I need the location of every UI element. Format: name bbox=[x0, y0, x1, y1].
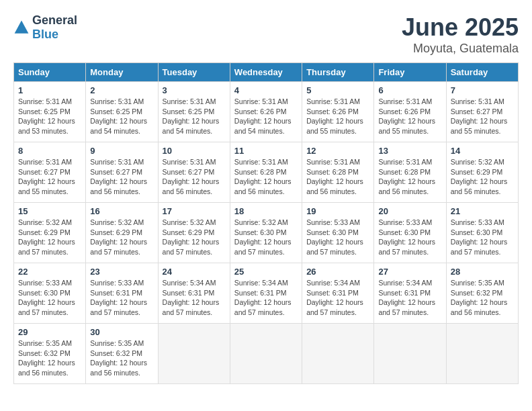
col-friday: Friday bbox=[374, 63, 446, 82]
calendar-table: Sunday Monday Tuesday Wednesday Thursday… bbox=[13, 62, 519, 384]
calendar-day-15: 15Sunrise: 5:32 AMSunset: 6:29 PMDayligh… bbox=[14, 203, 86, 263]
calendar-day-17: 17Sunrise: 5:32 AMSunset: 6:29 PMDayligh… bbox=[158, 203, 230, 263]
calendar-day-20: 20Sunrise: 5:33 AMSunset: 6:30 PMDayligh… bbox=[374, 203, 446, 263]
calendar-day-5: 5Sunrise: 5:31 AMSunset: 6:26 PMDaylight… bbox=[302, 82, 374, 142]
calendar-day-8: 8Sunrise: 5:31 AMSunset: 6:27 PMDaylight… bbox=[14, 142, 86, 203]
calendar-day-7: 7Sunrise: 5:31 AMSunset: 6:27 PMDaylight… bbox=[446, 82, 518, 142]
calendar-day-27: 27Sunrise: 5:34 AMSunset: 6:31 PMDayligh… bbox=[374, 263, 446, 324]
col-sunday: Sunday bbox=[14, 63, 86, 82]
calendar-day-28: 28Sunrise: 5:35 AMSunset: 6:32 PMDayligh… bbox=[446, 263, 518, 324]
title-area: June 2025 Moyuta, Guatemala bbox=[402, 13, 519, 56]
calendar-day-10: 10Sunrise: 5:31 AMSunset: 6:27 PMDayligh… bbox=[158, 142, 230, 203]
col-saturday: Saturday bbox=[446, 63, 518, 82]
calendar-day-14: 14Sunrise: 5:32 AMSunset: 6:29 PMDayligh… bbox=[446, 142, 518, 203]
calendar-header-row: Sunday Monday Tuesday Wednesday Thursday… bbox=[14, 63, 519, 82]
calendar-day-19: 19Sunrise: 5:33 AMSunset: 6:30 PMDayligh… bbox=[302, 203, 374, 263]
location-title: Moyuta, Guatemala bbox=[402, 42, 519, 56]
calendar-day-empty bbox=[230, 324, 302, 384]
logo-blue: Blue bbox=[32, 28, 58, 41]
calendar-day-empty bbox=[446, 324, 518, 384]
col-thursday: Thursday bbox=[302, 63, 374, 82]
col-tuesday: Tuesday bbox=[158, 63, 230, 82]
calendar-week-3: 15Sunrise: 5:32 AMSunset: 6:29 PMDayligh… bbox=[14, 203, 519, 263]
svg-marker-0 bbox=[15, 21, 29, 34]
calendar-day-26: 26Sunrise: 5:34 AMSunset: 6:31 PMDayligh… bbox=[302, 263, 374, 324]
calendar-day-2: 2Sunrise: 5:31 AMSunset: 6:25 PMDaylight… bbox=[86, 82, 158, 142]
logo: General Blue bbox=[13, 13, 77, 42]
calendar-day-21: 21Sunrise: 5:33 AMSunset: 6:30 PMDayligh… bbox=[446, 203, 518, 263]
calendar-day-13: 13Sunrise: 5:31 AMSunset: 6:28 PMDayligh… bbox=[374, 142, 446, 203]
calendar-week-4: 22Sunrise: 5:33 AMSunset: 6:30 PMDayligh… bbox=[14, 263, 519, 324]
calendar-day-29: 29Sunrise: 5:35 AMSunset: 6:32 PMDayligh… bbox=[14, 324, 86, 384]
calendar-day-6: 6Sunrise: 5:31 AMSunset: 6:26 PMDaylight… bbox=[374, 82, 446, 142]
calendar-day-3: 3Sunrise: 5:31 AMSunset: 6:25 PMDaylight… bbox=[158, 82, 230, 142]
calendar-day-empty bbox=[374, 324, 446, 384]
calendar-day-25: 25Sunrise: 5:34 AMSunset: 6:31 PMDayligh… bbox=[230, 263, 302, 324]
calendar-day-24: 24Sunrise: 5:34 AMSunset: 6:31 PMDayligh… bbox=[158, 263, 230, 324]
logo-general: General bbox=[32, 13, 77, 27]
logo-text: General Blue bbox=[32, 13, 77, 42]
calendar-day-1: 1Sunrise: 5:31 AMSunset: 6:25 PMDaylight… bbox=[14, 82, 86, 142]
calendar-day-empty bbox=[158, 324, 230, 384]
calendar-day-empty bbox=[302, 324, 374, 384]
calendar-day-23: 23Sunrise: 5:33 AMSunset: 6:31 PMDayligh… bbox=[86, 263, 158, 324]
month-title: June 2025 bbox=[402, 13, 519, 42]
page-header: General Blue June 2025 Moyuta, Guatemala bbox=[13, 13, 519, 56]
calendar-week-2: 8Sunrise: 5:31 AMSunset: 6:27 PMDaylight… bbox=[14, 142, 519, 203]
calendar-day-18: 18Sunrise: 5:32 AMSunset: 6:30 PMDayligh… bbox=[230, 203, 302, 263]
calendar-week-1: 1Sunrise: 5:31 AMSunset: 6:25 PMDaylight… bbox=[14, 82, 519, 142]
calendar-day-11: 11Sunrise: 5:31 AMSunset: 6:28 PMDayligh… bbox=[230, 142, 302, 203]
calendar-day-12: 12Sunrise: 5:31 AMSunset: 6:28 PMDayligh… bbox=[302, 142, 374, 203]
calendar-day-4: 4Sunrise: 5:31 AMSunset: 6:26 PMDaylight… bbox=[230, 82, 302, 142]
calendar-day-22: 22Sunrise: 5:33 AMSunset: 6:30 PMDayligh… bbox=[14, 263, 86, 324]
calendar-week-5: 29Sunrise: 5:35 AMSunset: 6:32 PMDayligh… bbox=[14, 324, 519, 384]
calendar-day-16: 16Sunrise: 5:32 AMSunset: 6:29 PMDayligh… bbox=[86, 203, 158, 263]
calendar-day-9: 9Sunrise: 5:31 AMSunset: 6:27 PMDaylight… bbox=[86, 142, 158, 203]
col-monday: Monday bbox=[86, 63, 158, 82]
logo-icon bbox=[13, 19, 30, 36]
calendar-day-30: 30Sunrise: 5:35 AMSunset: 6:32 PMDayligh… bbox=[86, 324, 158, 384]
col-wednesday: Wednesday bbox=[230, 63, 302, 82]
